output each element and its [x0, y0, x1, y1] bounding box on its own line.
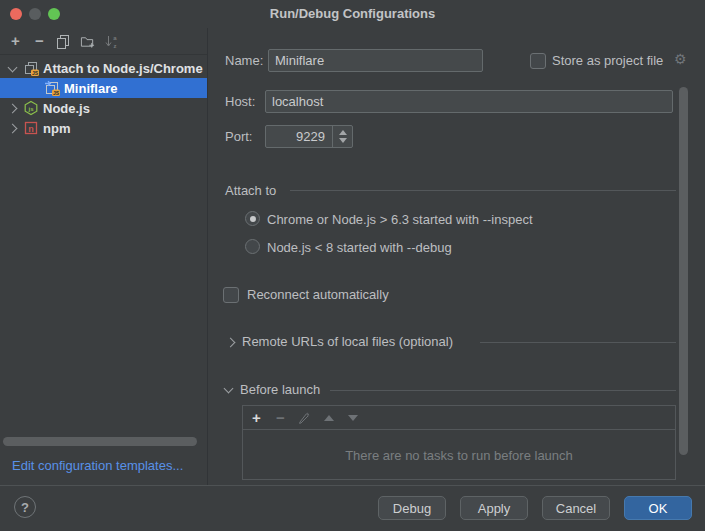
reconnect-automatically-checkbox[interactable]	[223, 287, 239, 303]
radio-chrome-inspect-label: Chrome or Node.js > 6.3 started with --i…	[267, 212, 533, 228]
tree-item-attach-to-nodejs-chrome[interactable]: JS Attach to Node.js/Chrome	[0, 58, 207, 78]
attach-config-icon: JS	[23, 60, 39, 76]
section-divider	[330, 390, 676, 391]
chevron-down-icon[interactable]	[224, 384, 234, 394]
radio-node-debug-label: Node.js < 8 started with --debug	[267, 240, 452, 256]
configurations-panel: + − a z	[0, 28, 207, 485]
remote-urls-section-label[interactable]: Remote URLs of local files (optional)	[242, 334, 453, 350]
horizontal-scrollbar[interactable]	[3, 437, 197, 446]
no-tasks-message: There are no tasks to run before launch	[243, 430, 675, 480]
gear-icon: ⚙	[674, 51, 687, 67]
npm-icon: n	[23, 120, 39, 136]
tree-item-label: Attach to Node.js/Chrome	[43, 61, 203, 76]
help-button[interactable]: ?	[14, 496, 36, 518]
attach-config-icon: JS	[44, 80, 60, 96]
svg-text:a: a	[113, 35, 117, 41]
store-as-project-file-label: Store as project file	[552, 53, 663, 69]
apply-button[interactable]: Apply	[460, 496, 528, 520]
svg-text:JS: JS	[32, 70, 39, 76]
port-input[interactable]	[266, 126, 332, 147]
svg-text:n: n	[28, 124, 34, 134]
dialog-footer: ? Debug Apply Cancel OK	[0, 486, 705, 531]
svg-text:js: js	[27, 106, 34, 112]
port-stepper[interactable]	[332, 126, 352, 147]
stepper-up-icon[interactable]	[339, 130, 347, 135]
chevron-right-icon[interactable]	[8, 123, 18, 133]
edit-configuration-templates-link[interactable]: Edit configuration templates...	[12, 458, 183, 473]
move-task-up-icon	[322, 415, 335, 421]
svg-text:JS: JS	[53, 90, 60, 96]
tree-item-nodejs[interactable]: js Node.js	[0, 98, 207, 118]
move-task-down-icon	[346, 415, 359, 421]
dialog-title: Run/Debug Configurations	[0, 0, 705, 28]
section-divider	[290, 190, 676, 191]
name-label: Name:	[225, 53, 263, 69]
configurations-toolbar: + − a z	[0, 28, 207, 55]
task-toolbar: + −	[243, 406, 675, 430]
vertical-scrollbar[interactable]	[679, 87, 688, 455]
add-configuration-icon[interactable]: +	[8, 33, 23, 49]
remove-configuration-icon[interactable]: −	[32, 33, 47, 49]
name-input[interactable]	[268, 49, 483, 72]
title-bar: Run/Debug Configurations	[0, 0, 705, 28]
svg-text:z: z	[114, 42, 117, 48]
chevron-down-icon[interactable]	[8, 62, 18, 72]
radio-chrome-inspect[interactable]	[245, 211, 260, 226]
reconnect-automatically-label: Reconnect automatically	[247, 287, 389, 303]
section-divider	[480, 342, 676, 343]
tree-item-label: npm	[43, 121, 70, 136]
sort-configurations-icon: a z	[104, 33, 119, 49]
radio-selected-dot	[250, 216, 256, 222]
new-folder-icon[interactable]	[80, 33, 95, 49]
chevron-right-icon[interactable]	[8, 103, 18, 113]
chevron-right-icon[interactable]	[226, 338, 236, 348]
copy-configuration-icon[interactable]	[56, 33, 71, 49]
before-launch-task-panel: + − There are no tasks to run before lau…	[242, 405, 676, 480]
tree-item-miniflare[interactable]: JS Miniflare	[0, 78, 207, 98]
stepper-down-icon[interactable]	[339, 138, 347, 143]
configuration-form: Name: Store as project file ⚙ Host: Port…	[208, 28, 705, 485]
cancel-button[interactable]: Cancel	[542, 496, 610, 520]
tree-item-label: Node.js	[43, 101, 90, 116]
host-label: Host:	[225, 94, 255, 110]
debug-button[interactable]: Debug	[378, 496, 446, 520]
before-launch-section-label[interactable]: Before launch	[240, 382, 320, 398]
host-input[interactable]	[265, 90, 673, 113]
add-task-icon[interactable]: +	[250, 411, 263, 424]
port-label: Port:	[225, 129, 252, 145]
configurations-tree: JS Attach to Node.js/Chrome JS Miniflare	[0, 58, 207, 138]
store-as-project-file-checkbox[interactable]	[530, 53, 546, 69]
footer-buttons: Debug Apply Cancel OK	[378, 496, 692, 520]
nodejs-icon: js	[23, 100, 39, 116]
tree-item-label: Miniflare	[64, 81, 117, 96]
port-spinner	[265, 125, 353, 148]
edit-task-icon	[298, 411, 311, 424]
radio-node-debug[interactable]	[245, 239, 260, 254]
attach-to-section-label: Attach to	[225, 183, 276, 199]
remove-task-icon: −	[274, 411, 287, 424]
tree-item-npm[interactable]: n npm	[0, 118, 207, 138]
ok-button[interactable]: OK	[624, 496, 692, 520]
